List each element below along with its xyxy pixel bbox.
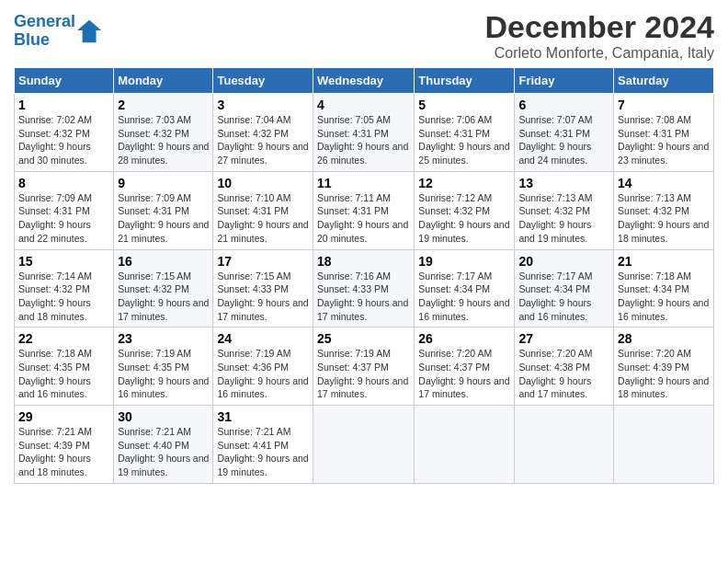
day-number: 11: [317, 176, 410, 190]
header: General Blue December 2024 Corleto Monfo…: [14, 9, 714, 62]
day-detail: Sunrise: 7:19 AMSunset: 4:36 PMDaylight:…: [217, 348, 308, 399]
weekday-header: Friday: [515, 68, 614, 94]
weekday-header: Wednesday: [313, 68, 415, 94]
day-number: 12: [418, 176, 510, 190]
calendar-cell: 9Sunrise: 7:09 AMSunset: 4:31 PMDaylight…: [114, 171, 213, 249]
calendar-week-row: 1Sunrise: 7:02 AMSunset: 4:32 PMDaylight…: [15, 94, 714, 172]
calendar-cell: 28Sunrise: 7:20 AMSunset: 4:39 PMDayligh…: [614, 327, 714, 406]
calendar-cell: 31Sunrise: 7:21 AMSunset: 4:41 PMDayligh…: [213, 406, 313, 484]
calendar-cell: 12Sunrise: 7:12 AMSunset: 4:32 PMDayligh…: [415, 171, 515, 249]
day-number: 7: [618, 98, 710, 112]
day-detail: Sunrise: 7:11 AMSunset: 4:31 PMDaylight:…: [317, 192, 408, 244]
calendar-cell: 8Sunrise: 7:09 AMSunset: 4:31 PMDaylight…: [15, 171, 114, 249]
calendar-cell: 14Sunrise: 7:13 AMSunset: 4:32 PMDayligh…: [614, 171, 714, 249]
day-number: 27: [518, 331, 609, 346]
day-number: 29: [18, 409, 109, 424]
logo: General Blue: [14, 13, 103, 50]
calendar-cell: 15Sunrise: 7:14 AMSunset: 4:32 PMDayligh…: [15, 249, 114, 327]
day-number: 26: [418, 331, 510, 346]
calendar-cell: 25Sunrise: 7:19 AMSunset: 4:37 PMDayligh…: [313, 327, 415, 406]
calendar-week-row: 8Sunrise: 7:09 AMSunset: 4:31 PMDaylight…: [15, 171, 714, 249]
calendar-cell: 19Sunrise: 7:17 AMSunset: 4:34 PMDayligh…: [415, 249, 515, 327]
calendar-cell: 6Sunrise: 7:07 AMSunset: 4:31 PMDaylight…: [515, 94, 614, 172]
day-detail: Sunrise: 7:08 AMSunset: 4:31 PMDaylight:…: [618, 114, 709, 166]
day-number: 19: [418, 254, 510, 269]
day-detail: Sunrise: 7:04 AMSunset: 4:32 PMDaylight:…: [217, 114, 308, 166]
calendar-cell: 16Sunrise: 7:15 AMSunset: 4:32 PMDayligh…: [114, 249, 213, 327]
subtitle: Corleto Monforte, Campania, Italy: [484, 45, 714, 62]
calendar-table: SundayMondayTuesdayWednesdayThursdayFrid…: [14, 67, 714, 484]
day-detail: Sunrise: 7:20 AMSunset: 4:37 PMDaylight:…: [418, 348, 509, 399]
day-detail: Sunrise: 7:20 AMSunset: 4:39 PMDaylight:…: [618, 348, 709, 399]
calendar-cell: 23Sunrise: 7:19 AMSunset: 4:35 PMDayligh…: [114, 327, 213, 406]
calendar-cell: 7Sunrise: 7:08 AMSunset: 4:31 PMDaylight…: [614, 94, 714, 172]
day-number: 2: [118, 98, 209, 112]
calendar-cell: 27Sunrise: 7:20 AMSunset: 4:38 PMDayligh…: [515, 327, 614, 406]
day-number: 16: [118, 254, 209, 269]
day-number: 23: [118, 331, 209, 346]
calendar-cell: [313, 406, 415, 484]
day-number: 4: [317, 98, 410, 112]
day-detail: Sunrise: 7:03 AMSunset: 4:32 PMDaylight:…: [118, 114, 209, 166]
day-detail: Sunrise: 7:21 AMSunset: 4:41 PMDaylight:…: [217, 426, 308, 477]
day-detail: Sunrise: 7:13 AMSunset: 4:32 PMDaylight:…: [618, 192, 709, 244]
title-area: December 2024 Corleto Monforte, Campania…: [484, 9, 714, 62]
day-detail: Sunrise: 7:18 AMSunset: 4:35 PMDaylight:…: [18, 348, 92, 399]
day-detail: Sunrise: 7:12 AMSunset: 4:32 PMDaylight:…: [418, 192, 509, 244]
calendar-cell: 17Sunrise: 7:15 AMSunset: 4:33 PMDayligh…: [213, 249, 313, 327]
weekday-header-row: SundayMondayTuesdayWednesdayThursdayFrid…: [15, 68, 714, 94]
day-detail: Sunrise: 7:06 AMSunset: 4:31 PMDaylight:…: [418, 114, 509, 166]
day-number: 18: [317, 254, 410, 269]
calendar-cell: [614, 406, 714, 484]
calendar-cell: 21Sunrise: 7:18 AMSunset: 4:34 PMDayligh…: [614, 249, 714, 327]
day-number: 1: [18, 98, 109, 112]
calendar-week-row: 22Sunrise: 7:18 AMSunset: 4:35 PMDayligh…: [15, 327, 714, 406]
calendar-cell: 1Sunrise: 7:02 AMSunset: 4:32 PMDaylight…: [15, 94, 114, 172]
svg-marker-0: [77, 20, 101, 42]
day-detail: Sunrise: 7:05 AMSunset: 4:31 PMDaylight:…: [317, 114, 408, 166]
day-detail: Sunrise: 7:21 AMSunset: 4:39 PMDaylight:…: [18, 426, 92, 477]
day-detail: Sunrise: 7:18 AMSunset: 4:34 PMDaylight:…: [618, 270, 709, 322]
main-title: December 2024: [484, 9, 714, 45]
calendar-cell: 5Sunrise: 7:06 AMSunset: 4:31 PMDaylight…: [415, 94, 515, 172]
day-number: 30: [118, 409, 209, 424]
calendar-cell: 29Sunrise: 7:21 AMSunset: 4:39 PMDayligh…: [15, 406, 114, 484]
calendar-cell: 30Sunrise: 7:21 AMSunset: 4:40 PMDayligh…: [114, 406, 213, 484]
day-detail: Sunrise: 7:02 AMSunset: 4:32 PMDaylight:…: [18, 114, 92, 166]
day-detail: Sunrise: 7:21 AMSunset: 4:40 PMDaylight:…: [118, 426, 209, 477]
calendar-cell: 4Sunrise: 7:05 AMSunset: 4:31 PMDaylight…: [313, 94, 415, 172]
calendar-cell: 24Sunrise: 7:19 AMSunset: 4:36 PMDayligh…: [213, 327, 313, 406]
day-number: 8: [18, 176, 109, 190]
calendar-cell: 13Sunrise: 7:13 AMSunset: 4:32 PMDayligh…: [515, 171, 614, 249]
day-number: 22: [18, 331, 109, 346]
day-detail: Sunrise: 7:14 AMSunset: 4:32 PMDaylight:…: [18, 270, 92, 322]
calendar-cell: 20Sunrise: 7:17 AMSunset: 4:34 PMDayligh…: [515, 249, 614, 327]
calendar-week-row: 29Sunrise: 7:21 AMSunset: 4:39 PMDayligh…: [15, 406, 714, 484]
day-number: 13: [518, 176, 609, 190]
calendar-cell: [515, 406, 614, 484]
calendar-cell: 26Sunrise: 7:20 AMSunset: 4:37 PMDayligh…: [415, 327, 515, 406]
day-detail: Sunrise: 7:15 AMSunset: 4:33 PMDaylight:…: [217, 270, 308, 322]
weekday-header: Sunday: [15, 68, 114, 94]
calendar-cell: 3Sunrise: 7:04 AMSunset: 4:32 PMDaylight…: [213, 94, 313, 172]
logo-icon: [77, 18, 103, 44]
day-detail: Sunrise: 7:16 AMSunset: 4:33 PMDaylight:…: [317, 270, 408, 322]
day-detail: Sunrise: 7:09 AMSunset: 4:31 PMDaylight:…: [18, 192, 92, 244]
day-number: 10: [217, 176, 309, 190]
calendar-cell: 10Sunrise: 7:10 AMSunset: 4:31 PMDayligh…: [213, 171, 313, 249]
calendar-cell: [415, 406, 515, 484]
day-number: 21: [618, 254, 710, 269]
day-detail: Sunrise: 7:07 AMSunset: 4:31 PMDaylight:…: [518, 114, 592, 166]
day-number: 3: [217, 98, 309, 112]
day-number: 31: [217, 409, 309, 424]
day-number: 15: [18, 254, 109, 269]
weekday-header: Saturday: [614, 68, 714, 94]
day-detail: Sunrise: 7:09 AMSunset: 4:31 PMDaylight:…: [118, 192, 209, 244]
day-detail: Sunrise: 7:19 AMSunset: 4:35 PMDaylight:…: [118, 348, 209, 399]
day-number: 14: [618, 176, 710, 190]
day-detail: Sunrise: 7:17 AMSunset: 4:34 PMDaylight:…: [518, 270, 592, 322]
calendar-cell: 22Sunrise: 7:18 AMSunset: 4:35 PMDayligh…: [15, 327, 114, 406]
weekday-header: Monday: [114, 68, 213, 94]
day-number: 9: [118, 176, 209, 190]
day-number: 24: [217, 331, 309, 346]
